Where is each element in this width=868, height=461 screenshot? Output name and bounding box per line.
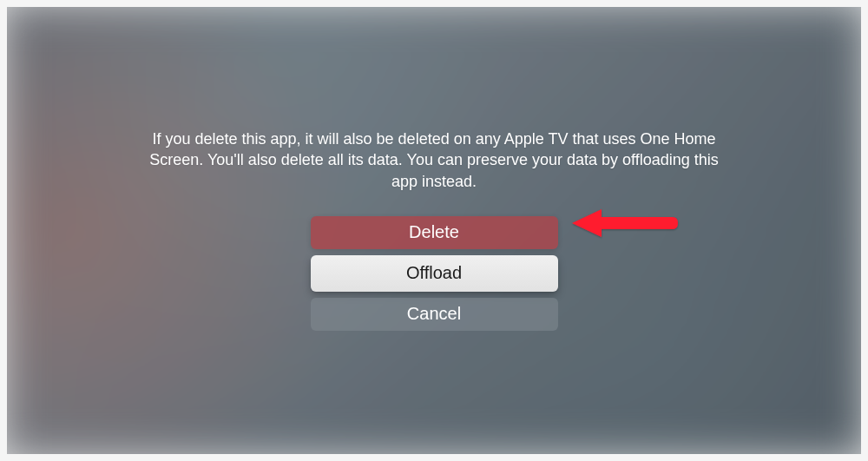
- delete-button[interactable]: Delete: [311, 216, 558, 249]
- dialog-message: If you delete this app, it will also be …: [148, 128, 720, 192]
- cancel-button[interactable]: Cancel: [311, 298, 558, 331]
- offload-button[interactable]: Offload: [311, 255, 558, 292]
- dialog-button-group: Delete Offload Cancel: [311, 216, 558, 331]
- confirmation-dialog: If you delete this app, it will also be …: [0, 0, 868, 461]
